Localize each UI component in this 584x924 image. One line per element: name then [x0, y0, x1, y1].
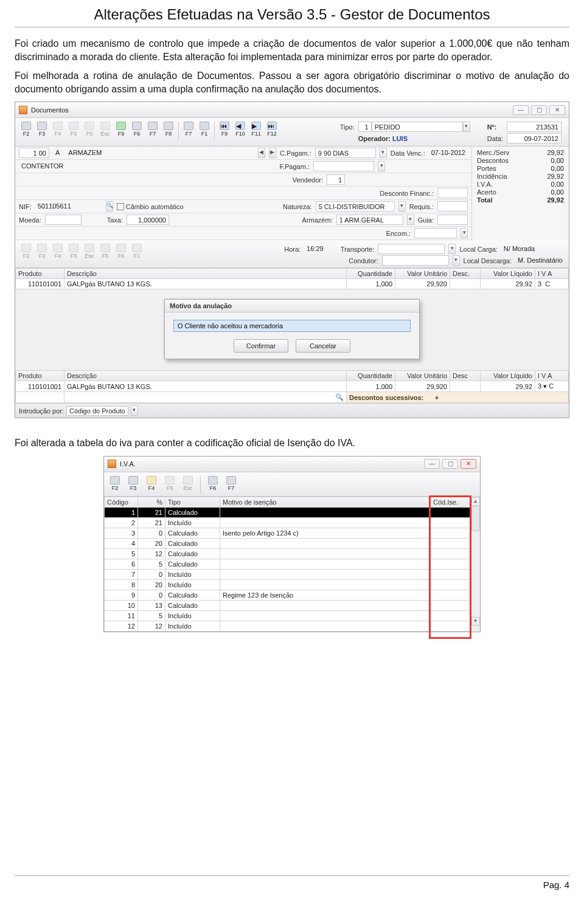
transporte-value[interactable]: [378, 244, 445, 254]
intro-select[interactable]: Código do Produto: [66, 406, 128, 416]
lines-table-1[interactable]: Produto Descrição Quantidade Valor Unitá…: [15, 268, 569, 289]
window-max-button[interactable]: ▢: [442, 459, 458, 469]
fpag-value[interactable]: [313, 161, 374, 171]
table-row[interactable]: 110101001 GALPgás BUTANO 13 KGS. 1,000 2…: [16, 279, 569, 289]
taxa-value[interactable]: 1,000000: [127, 215, 169, 225]
scroll-thumb[interactable]: [471, 506, 480, 531]
midtb-f6-button[interactable]: F6: [114, 243, 128, 261]
midtb-f4-button[interactable]: F4: [50, 243, 65, 261]
ivatb-f4-button[interactable]: F4: [144, 475, 159, 493]
table-row[interactable]: 90CalculadoRegime 123 de Isenção: [105, 590, 470, 600]
midtb-esc-button[interactable]: Esc: [82, 243, 97, 261]
table-row[interactable]: 1212Incluído: [105, 621, 470, 631]
table-row[interactable]: 512Calculado: [105, 548, 470, 559]
window-close-button[interactable]: ✕: [461, 459, 476, 469]
toolbar-f5-button[interactable]: F5: [82, 120, 97, 140]
sum-mercserv-label: Merc./Serv: [477, 149, 526, 156]
armazem-value[interactable]: 1 ARM.GERAL: [336, 215, 403, 225]
window-max-button[interactable]: ▢: [531, 105, 547, 115]
guia-label: Guia:: [418, 216, 434, 224]
ivatb-f2-button[interactable]: F2: [108, 475, 122, 493]
window-close-button[interactable]: ✕: [549, 105, 565, 115]
midtb-f2-button[interactable]: F2: [19, 243, 33, 261]
iva-scrollbar[interactable]: ▲ ▼: [470, 497, 480, 632]
table-row[interactable]: 820Incluído: [105, 579, 470, 590]
field-1[interactable]: 1 00: [19, 148, 49, 158]
ivatb-esc-button[interactable]: Esc: [181, 475, 195, 493]
descfin-value[interactable]: [437, 188, 468, 198]
moeda-value[interactable]: [45, 215, 82, 225]
midtb-f5b-button[interactable]: F5: [98, 243, 113, 261]
encom-value[interactable]: [414, 228, 457, 238]
scroll-down-icon[interactable]: ▼: [471, 617, 480, 626]
tipo-dropdown-icon[interactable]: ▾: [463, 122, 470, 132]
midtb-f1-button[interactable]: F1: [130, 243, 144, 261]
toolbar-f3b-button[interactable]: F3: [66, 120, 81, 140]
table-row[interactable]: 121Calculado: [105, 507, 470, 517]
armazem-dropdown-icon[interactable]: ▾: [407, 215, 414, 225]
condutor-dropdown-icon[interactable]: ▾: [453, 255, 460, 266]
toolbar-nav-prev-button[interactable]: ◀F10: [233, 120, 248, 140]
nav-right-icon[interactable]: ▶: [269, 148, 276, 158]
ivatb-f3-button[interactable]: F3: [126, 475, 141, 493]
scroll-up-icon[interactable]: ▲: [471, 497, 480, 506]
transporte-dropdown-icon[interactable]: ▾: [448, 244, 456, 254]
toolbar-f2-button[interactable]: F2: [19, 120, 33, 140]
toolbar-f7b-button[interactable]: F7: [181, 120, 196, 140]
cancelar-button[interactable]: Cancelar: [296, 339, 350, 353]
table-row[interactable]: 110101001 GALPgás BUTANO 13 KGS. 1,000 2…: [16, 381, 569, 392]
natureza-dropdown-icon[interactable]: ▾: [398, 201, 406, 212]
nif-lookup-icon[interactable]: 🔍: [106, 201, 113, 212]
table-row[interactable]: 70Incluído: [105, 569, 470, 579]
toolbar-f7-button[interactable]: F7: [145, 120, 160, 140]
natureza-value[interactable]: 5 CLI-DISTRIBUIDOR: [316, 201, 395, 212]
localcarga-value: N/ Morada: [501, 244, 537, 254]
cpag-dropdown-icon[interactable]: ▾: [380, 148, 387, 158]
requis-value[interactable]: [437, 201, 468, 212]
lines-table-2[interactable]: Produto Descrição Quantidade Valor Unitá…: [15, 370, 569, 403]
toolbar-nav-next-button[interactable]: ▶F11: [249, 120, 263, 140]
localdesc-label: Local Descarga:: [464, 257, 512, 264]
vendedor-value[interactable]: 1: [327, 174, 345, 185]
midtb-f3-button[interactable]: F3: [35, 243, 49, 261]
table-row[interactable]: 420Calculado: [105, 538, 470, 548]
ivatb-f5-button[interactable]: F5: [162, 475, 177, 493]
toolbar-nav-first-button[interactable]: ⏮F9: [217, 120, 232, 140]
sum-total-label: Total: [477, 196, 526, 204]
iva-table[interactable]: Código % Tipo Motivo de isenção Cód.Ise.…: [104, 497, 470, 632]
cpag-value[interactable]: 9 90 DIAS: [315, 148, 376, 158]
toolbar-f1-button[interactable]: F1: [197, 120, 212, 140]
cambio-checkbox[interactable]: [117, 203, 124, 210]
ivatb-f7-button[interactable]: F7: [224, 475, 238, 493]
table-row[interactable]: 115Incluído: [105, 610, 470, 621]
nav-left-icon[interactable]: ◀: [258, 148, 265, 158]
toolbar-f9-button[interactable]: F9: [114, 120, 128, 140]
midtb-f5-button[interactable]: F5: [66, 243, 81, 261]
ivatb-f6-button[interactable]: F6: [206, 475, 220, 493]
toolbar-esc-button[interactable]: Esc: [98, 120, 113, 140]
table-row[interactable]: 1013Calculado: [105, 600, 470, 610]
table-row[interactable]: 30CalculadoIsento pelo Artigo 1234 c): [105, 528, 470, 538]
iva-window-title: I.V.A.: [120, 460, 136, 467]
tipo-value[interactable]: 1: [358, 122, 372, 132]
sum-iva-label: I.V.A.: [477, 181, 526, 188]
toolbar-f3-button[interactable]: F3: [35, 120, 49, 140]
table-row[interactable]: 221Incluído: [105, 517, 470, 528]
motivo-input[interactable]: [173, 320, 411, 332]
toolbar-f6-button[interactable]: F6: [130, 120, 144, 140]
condutor-value[interactable]: [382, 255, 449, 266]
toolbar-f4-button[interactable]: F4: [50, 120, 65, 140]
confirmar-button[interactable]: Confirmar: [234, 339, 288, 353]
intro-dropdown-icon[interactable]: ▾: [131, 405, 138, 416]
toolbar-f8-button[interactable]: F8: [161, 120, 176, 140]
table-row[interactable]: 65Calculado: [105, 559, 470, 569]
num-value[interactable]: 213531: [507, 122, 561, 132]
app-icon: [19, 106, 27, 114]
guia-value[interactable]: [437, 215, 468, 225]
data-value[interactable]: 09-07-2012: [507, 133, 561, 143]
window-min-button[interactable]: —: [424, 459, 440, 469]
fpag-dropdown-icon[interactable]: ▾: [378, 161, 385, 171]
toolbar-nav-last-button[interactable]: ⏭F12: [265, 120, 279, 140]
encom-dropdown-icon[interactable]: ▾: [461, 228, 468, 238]
window-min-button[interactable]: —: [513, 105, 529, 115]
